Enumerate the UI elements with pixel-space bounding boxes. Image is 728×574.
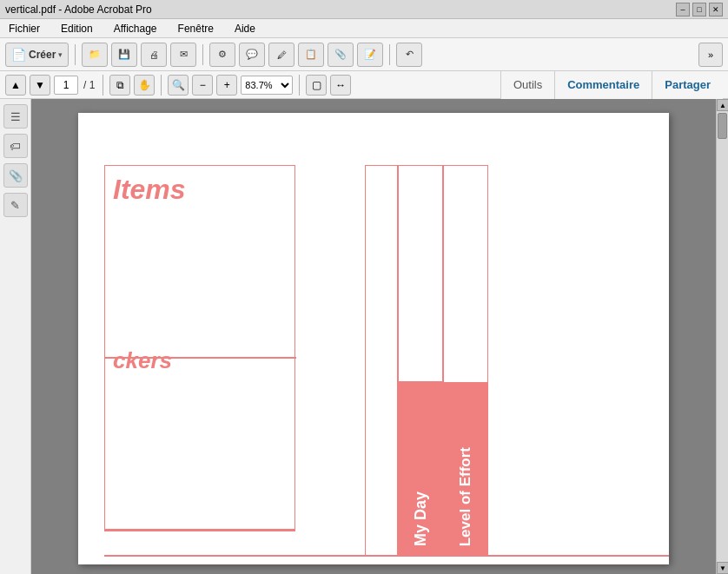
partager-button[interactable]: Partager: [652, 71, 723, 99]
toolbar1: 📄 Créer ▾ 📁 💾 🖨 ✉ ⚙ 💬 🖉 📋 📎 📝 ↶ »: [0, 38, 728, 71]
menu-fichier[interactable]: Fichier: [5, 21, 43, 36]
commentaire-button[interactable]: Commentaire: [554, 71, 652, 99]
minimize-button[interactable]: –: [676, 3, 690, 16]
creer-icon: 📄: [11, 48, 26, 62]
sidebar-pages-icon[interactable]: ☰: [3, 104, 28, 129]
scrollbar-right[interactable]: ▲ ▼: [716, 99, 728, 574]
creer-button[interactable]: 📄 Créer ▾: [5, 43, 69, 67]
right-columns-container: My Day Level of Effort: [365, 165, 488, 556]
separator3: [389, 44, 390, 65]
zoom-in-button[interactable]: 🔍: [168, 75, 189, 96]
column-1: [365, 165, 398, 556]
toolbar2: ▲ ▼ / 1 ⧉ ✋ 🔍 − + 83.7% 50% 75% 100% 125…: [0, 71, 728, 99]
pdf-content: Items ckers My Day: [78, 113, 669, 564]
maximize-button[interactable]: □: [692, 3, 706, 16]
loe-top-white: [444, 166, 487, 383]
close-button[interactable]: ✕: [709, 3, 723, 16]
myday-white-box: [399, 335, 442, 383]
left-table-bottom-line: [104, 530, 295, 531]
separator4: [103, 75, 103, 96]
attach-button[interactable]: 📎: [328, 43, 354, 67]
sidebar-bookmarks-icon[interactable]: 🏷: [3, 134, 28, 158]
zoom-add-button[interactable]: +: [216, 75, 237, 96]
pdf-canvas-area: Items ckers My Day: [31, 99, 716, 574]
sidebar-attachments-icon[interactable]: 📎: [3, 163, 28, 188]
loe-text: Level of Effort: [457, 447, 474, 546]
scroll-track[interactable]: [717, 111, 728, 562]
open-button[interactable]: 📁: [82, 43, 108, 67]
print-button[interactable]: 🖨: [141, 43, 167, 67]
myday-text: My Day: [412, 492, 430, 546]
separator2: [202, 44, 203, 65]
menu-fenetre[interactable]: Fenêtre: [175, 21, 217, 36]
stamp-button[interactable]: 📋: [298, 43, 324, 67]
scroll-down-button[interactable]: ▼: [717, 562, 728, 574]
scroll-thumb[interactable]: [718, 113, 727, 139]
creer-arrow-icon: ▾: [58, 50, 63, 59]
cursor-button[interactable]: ↶: [396, 43, 422, 67]
fit-width-button[interactable]: ↔: [330, 75, 351, 96]
email-button[interactable]: ✉: [170, 43, 196, 67]
toolbar-expand: »: [698, 43, 723, 67]
expand-button[interactable]: »: [698, 43, 723, 67]
bottom-horizontal-line: [104, 555, 669, 557]
hand-tool-button[interactable]: ✋: [134, 75, 155, 96]
separator6: [299, 75, 300, 96]
panel-buttons: Outils Commentaire Partager: [500, 71, 723, 99]
save-button[interactable]: 💾: [111, 43, 137, 67]
creer-label: Créer: [29, 49, 56, 61]
separator1: [75, 44, 76, 65]
zoom-out-button[interactable]: −: [192, 75, 213, 96]
form-button[interactable]: 📝: [357, 43, 383, 67]
zoom-select[interactable]: 83.7% 50% 75% 100% 125% 150%: [241, 76, 293, 95]
select-tool-button[interactable]: ⧉: [109, 75, 130, 96]
titlebar: vertical.pdf - Adobe Acrobat Pro – □ ✕: [0, 0, 728, 19]
main-area: ☰ 🏷 📎 ✎ Items ckers: [0, 99, 728, 574]
settings-button[interactable]: ⚙: [209, 43, 235, 67]
menu-affichage[interactable]: Affichage: [110, 21, 161, 36]
left-table-inner-line: [105, 357, 296, 359]
column-loe: Level of Effort: [443, 165, 488, 556]
menubar: Fichier Edition Affichage Fenêtre Aide: [0, 19, 728, 38]
next-page-button[interactable]: ▼: [30, 75, 50, 96]
fit-page-button[interactable]: ▢: [306, 75, 327, 96]
window-controls: – □ ✕: [676, 3, 723, 16]
markup-button[interactable]: 🖉: [268, 43, 295, 67]
comment-button[interactable]: 💬: [239, 43, 265, 67]
separator5: [161, 75, 162, 96]
page-separator: / 1: [83, 79, 95, 91]
menu-aide[interactable]: Aide: [231, 21, 259, 36]
outils-button[interactable]: Outils: [500, 71, 554, 99]
sidebar: ☰ 🏷 📎 ✎: [0, 99, 31, 574]
prev-page-button[interactable]: ▲: [5, 75, 26, 96]
left-table-box: [104, 165, 295, 530]
menu-edition[interactable]: Edition: [57, 21, 96, 36]
scroll-up-button[interactable]: ▲: [717, 99, 728, 111]
sidebar-sign-icon[interactable]: ✎: [3, 193, 28, 217]
titlebar-title: vertical.pdf - Adobe Acrobat Pro: [5, 3, 152, 16]
column-myday: My Day: [398, 165, 443, 556]
page-input[interactable]: [54, 76, 78, 95]
pdf-page: Items ckers My Day: [78, 113, 669, 564]
